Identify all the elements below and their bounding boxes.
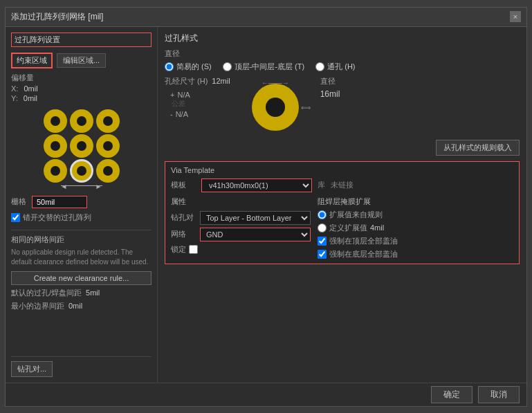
min-edge-row: 最小的边界间距 0mil [11,301,152,311]
properties-section: 属性 钻孔对 Top Layer - Bottom Layer 网络 GND [171,196,311,255]
offset-x-label: X: [11,84,18,93]
net-section-title: 相同的网络间距 [11,235,152,245]
tol-minus-row: - N/A [170,110,230,118]
via-hole [266,98,285,117]
expand-from-rule-row: 扩展值来自规则 [318,210,513,220]
radio-simple[interactable]: 简易的 (S) [165,62,212,72]
load-rule-button[interactable]: 从孔样式的规则载入 [436,140,520,156]
properties-title: 属性 [171,196,311,207]
drillpairs-button[interactable]: 钻孔对... [11,361,53,377]
dialog-title: 添加过孔阵列到网络 [mil] [11,11,103,23]
via-style-section: 过孔样式 直径 简易的 (S) 顶层-中间层-底层 (T) 通孔 (H) [165,33,520,156]
diameter-value: 16mil [320,89,340,99]
diameter-label-section: 直径 16mil [320,76,340,99]
lock-checkbox[interactable] [189,245,198,254]
lock-label: 锁定 [171,244,186,255]
solder-mask-title: 阻焊层掩膜扩展 [318,196,513,207]
lib-label: 库 [318,180,325,190]
radio-simple-label: 简易的 (S) [176,62,212,72]
via-outer-ring [252,84,299,131]
via-circle [70,109,93,133]
via-circle-inner [103,166,113,176]
via-row-2 [44,134,120,158]
lib-value: 未链接 [331,180,354,190]
via-circle [44,109,67,133]
edit-area-button[interactable]: 编辑区域... [57,53,106,68]
constraint-area-button[interactable]: 约束区域 [11,53,53,68]
drill-label: 钻孔对 [171,212,196,223]
template-title: Via Template [171,166,513,174]
expand-from-rule-radio[interactable] [318,210,327,219]
via-style-title: 过孔样式 [165,33,520,44]
template-select[interactable]: v41h30m0mx0(1) [201,178,312,192]
cancel-button[interactable]: 取消 [478,386,520,403]
grid-input[interactable] [32,196,87,208]
via-size-area: 孔经尺寸 (H) 12mil + N/A 公差 - N/A [165,76,520,138]
offset-label: 偏移量 [11,73,152,83]
force-bot-checkbox[interactable] [318,250,327,259]
force-top-checkbox[interactable] [318,237,327,246]
tol-minus-value: N/A [176,110,188,118]
via-circle-inner [77,141,86,151]
via-circle [96,159,120,183]
tol-plus-row: + N/A [170,91,230,99]
create-rule-button[interactable]: Create new clearance rule... [11,271,152,285]
diameter-subtitle: 直径 [165,48,520,59]
via-row-3 [44,159,120,183]
solder-mask-section: 阻焊层掩膜扩展 扩展值来自规则 定义扩展值 4mil 强制在顶层全部 [318,196,513,259]
via-circle-inner [77,166,86,176]
confirm-button[interactable]: 确定 [431,386,473,403]
radio-thru-input[interactable] [315,62,324,71]
template-section: Via Template 模板 v41h30m0mx0(1) 库 未链接 属性 … [165,161,520,264]
via-circle [44,134,67,158]
constraint-area-row: 约束区域 编辑区域... [11,53,152,68]
left-panel: 过孔阵列设置 约束区域 编辑区域... 偏移量 X: 0mil Y: 0mil [6,27,158,383]
main-dialog: 添加过孔阵列到网络 [mil] × 过孔阵列设置 约束区域 编辑区域... 偏移… [5,7,527,407]
tol-plus-sign: + [170,91,174,99]
min-edge-label: 最小的边界间距 [11,301,64,311]
template-row: 模板 v41h30m0mx0(1) 库 未链接 [171,178,513,192]
default-clearance-label: 默认的过孔/焊盘间距 [11,288,82,298]
net-select[interactable]: GND [200,228,311,241]
template-label: 模板 [171,180,196,190]
via-circle-inner [51,141,60,151]
dialog-footer: 确定 取消 [6,383,526,406]
force-top-row: 强制在顶层全部盖油 [318,236,513,246]
radio-top-mid-bot[interactable]: 顶层-中间层-底层 (T) [223,62,304,72]
close-button[interactable]: × [510,11,521,22]
via-circle [96,109,120,133]
dialog-body: 过孔阵列设置 约束区域 编辑区域... 偏移量 X: 0mil Y: 0mil [6,27,526,383]
drill-pair-row: 钻孔对 Top Layer - Bottom Layer [171,211,311,225]
min-edge-value: 0mil [68,302,89,310]
via-circle-inner [103,116,113,126]
stagger-checkbox-row: 错开交替的过孔阵列 [11,212,152,223]
via-params: 孔经尺寸 (H) 12mil + N/A 公差 - N/A [165,76,230,118]
network-section: 相同的网络间距 No applicable design rule detect… [11,230,152,311]
stagger-checkbox[interactable] [11,213,20,222]
hole-size-row: 孔经尺寸 (H) 12mil [165,76,230,86]
hole-size-label: 孔经尺寸 (H) [165,76,208,86]
offset-section: 偏移量 X: 0mil Y: 0mil [11,73,152,102]
tol-plus-value: N/A [177,91,190,99]
via-grid-preview: ◄ ► [11,109,152,186]
offset-y-label: Y: [11,94,18,102]
tol-minus-sign: - [170,110,173,118]
stagger-label: 错开交替的过孔阵列 [23,212,91,223]
net-row: 网络 GND [171,228,311,241]
custom-expand-label: 定义扩展值 [329,223,367,233]
radio-simple-input[interactable] [165,62,174,71]
net-desc: No applicable design rule detected. The … [11,248,152,267]
expand-from-rule-label: 扩展值来自规则 [329,210,383,220]
title-bar: 添加过孔阵列到网络 [mil] × [6,8,526,27]
grid-row: 栅格 [11,196,152,208]
via-circle [70,134,93,158]
offset-y-row: Y: 0mil [11,94,152,102]
force-bot-row: 强制在底层全部盖油 [318,249,513,259]
custom-expand-radio[interactable] [318,223,327,232]
radio-top-mid-bot-input[interactable] [223,62,232,71]
drill-select[interactable]: Top Layer - Bottom Layer [200,211,311,225]
radio-thru[interactable]: 通孔 (H) [315,62,355,72]
via-row-1 [44,109,120,133]
left-footer: 钻孔对... [11,356,152,377]
offset-x-row: X: 0mil [11,84,152,93]
